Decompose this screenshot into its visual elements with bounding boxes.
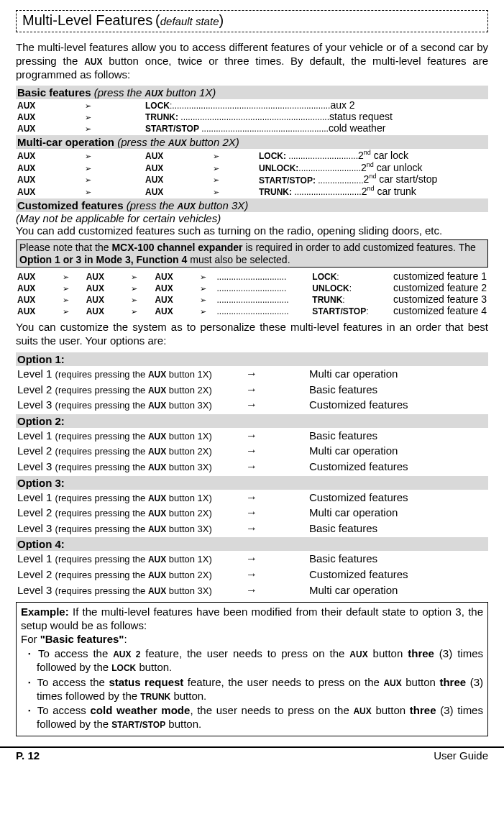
option-table: Level 1 (requires pressing the AUX butto… <box>16 551 488 598</box>
multi-inst2: button 2X <box>186 136 235 148</box>
cust-aux: AUX <box>178 201 196 211</box>
table-row: Level 2 (requires pressing the AUX butto… <box>16 567 488 582</box>
table-row: AUX➢AUX➢AUX➢............................… <box>16 293 488 305</box>
option-table: Level 1 (requires pressing the AUX butto… <box>16 428 488 475</box>
table-row: Level 3 (requires pressing the AUX butto… <box>16 397 488 413</box>
table-row: Level 1 (requires pressing the AUX butto… <box>16 551 488 567</box>
cust-note2: You can add customized features such as … <box>16 224 488 237</box>
table-row: AUX➢TRUNK: .............................… <box>16 111 488 122</box>
option-table: Level 1 (requires pressing the AUX butto… <box>16 366 488 413</box>
title-sub: default state <box>160 15 219 27</box>
cust-inst2: button 3X <box>196 199 244 211</box>
table-row: Level 1 (requires pressing the AUX butto… <box>16 366 488 382</box>
option-header: Option 1: <box>16 352 488 366</box>
table-row: AUX➢AUX➢UNLOCK:.........................… <box>16 161 488 173</box>
multi-inst: press the <box>121 136 168 148</box>
basic-features-header: Basic features (press the AUX button 1X) <box>16 86 488 99</box>
option-header: Option 4: <box>16 537 488 551</box>
table-row: Level 2 (requires pressing the AUX butto… <box>16 505 488 521</box>
mcx-b1: MCX-100 channel expander <box>111 242 242 253</box>
section-title: Multi-Level Features (default state) <box>16 10 488 32</box>
table-row: AUX➢START/STOP .........................… <box>16 122 488 134</box>
table-row: AUX➢AUX➢TRUNK: .........................… <box>16 185 488 197</box>
basic-aux: AUX <box>145 88 163 99</box>
cust-inst: press the <box>130 199 178 211</box>
mcx-t1: Please note that the <box>19 242 111 253</box>
customized-table: AUX➢AUX➢AUX➢............................… <box>16 270 488 316</box>
cust-note1: (May not be applicable for certain vehic… <box>16 212 488 224</box>
title-main: Multi-Level Features <box>22 12 152 28</box>
customize-paragraph: You can customize the system as to perso… <box>16 321 488 348</box>
option-table: Level 1 (requires pressing the AUX butto… <box>16 490 488 536</box>
mcx-t2: is required in order to add customized f… <box>243 242 476 253</box>
list-item: To access cold weather mode, the user ne… <box>21 704 483 731</box>
mcx-t3: must also be selected. <box>187 254 290 265</box>
table-row: Level 3 (requires pressing the AUX butto… <box>16 459 488 475</box>
basic-features-table: AUX➢LOCK:...............................… <box>16 99 488 134</box>
option-header: Option 3: <box>16 476 488 490</box>
table-row: Level 3 (requires pressing the AUX butto… <box>16 521 488 536</box>
table-row: AUX➢LOCK:...............................… <box>16 99 488 111</box>
example-label: Example: <box>21 606 69 618</box>
page-number: P. 12 <box>16 749 40 762</box>
example-col: : <box>124 633 127 645</box>
table-row: Level 1 (requires pressing the AUX butto… <box>16 428 488 444</box>
multi-title: Multi-car operation <box>17 136 114 148</box>
intro-paragraph: The multi-level features allow you to ac… <box>16 41 488 81</box>
example-for: For <box>21 633 40 645</box>
example-text: If the multi-level features have been mo… <box>21 606 483 631</box>
mcx-note: Please note that the MCX-100 channel exp… <box>16 239 488 268</box>
basic-title: Basic features <box>17 86 91 99</box>
table-row: AUX➢AUX➢START/STOP: ...................2… <box>16 173 488 186</box>
title-paren-close: ) <box>219 12 224 28</box>
table-row: Level 3 (requires pressing the AUX butto… <box>16 582 488 598</box>
multicar-header: Multi-car operation (press the AUX butto… <box>16 135 488 149</box>
footer-label: User Guide <box>434 749 488 762</box>
basic-inst2: button 1X <box>163 86 212 99</box>
table-row: AUX➢AUX➢AUX➢............................… <box>16 305 488 316</box>
list-item: To access the AUX 2 feature, the user ne… <box>21 647 483 675</box>
customized-header: Customized features (press the AUX butto… <box>16 198 488 212</box>
cust-title: Customized features <box>17 199 124 211</box>
table-row: AUX➢AUX➢AUX➢............................… <box>16 282 488 293</box>
table-row: AUX➢AUX➢AUX➢............................… <box>16 270 488 282</box>
example-bf: "Basic features" <box>40 633 124 645</box>
table-row: Level 1 (requires pressing the AUX butto… <box>16 490 488 506</box>
list-item: To access the status request feature, th… <box>21 676 483 703</box>
multicar-table: AUX➢AUX➢LOCK: ..........................… <box>16 149 488 197</box>
page-footer: P. 12 User Guide <box>0 746 504 769</box>
mcx-b2: Option 1 or 3 in Mode 3, Function 4 <box>19 254 187 265</box>
title-paren-open: ( <box>155 12 160 28</box>
intro-aux: AUX <box>84 57 102 67</box>
table-row: Level 2 (requires pressing the AUX butto… <box>16 443 488 459</box>
example-box: Example: If the multi-level features hav… <box>16 602 488 736</box>
table-row: Level 2 (requires pressing the AUX butto… <box>16 382 488 398</box>
table-row: AUX➢AUX➢LOCK: ..........................… <box>16 149 488 161</box>
option-header: Option 2: <box>16 414 488 428</box>
multi-aux: AUX <box>168 138 186 148</box>
basic-inst: press the <box>98 86 145 99</box>
